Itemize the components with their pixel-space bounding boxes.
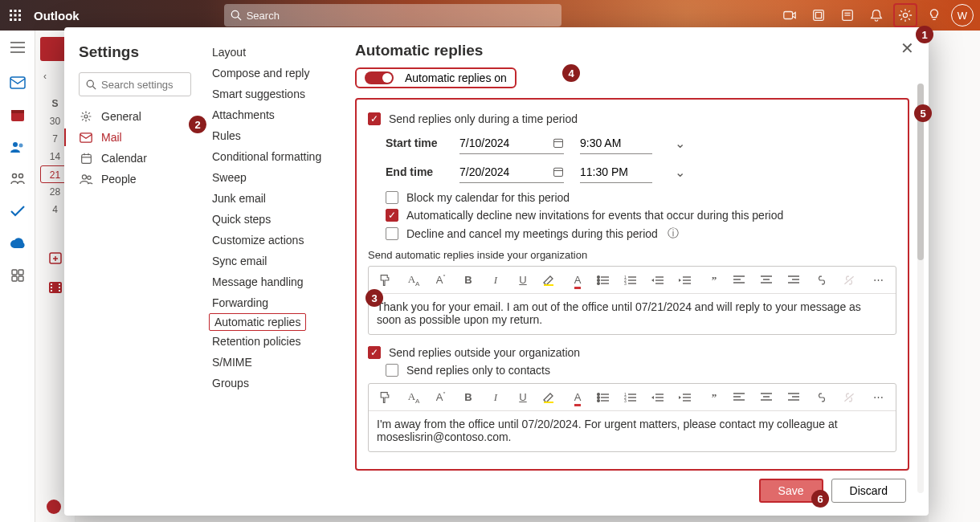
indent-icon[interactable] [679,275,695,285]
italic-icon[interactable]: I [488,391,504,404]
font-size-icon[interactable]: A˅ [433,391,449,403]
global-search[interactable] [224,4,561,27]
align-right-icon[interactable] [788,393,804,402]
font-color-icon[interactable]: A [570,391,586,403]
bold-icon[interactable]: B [460,274,476,286]
rail-org-icon[interactable] [9,170,27,188]
block-calendar-checkbox[interactable] [386,191,398,204]
outside-org-checkbox[interactable] [368,346,381,359]
discard-button[interactable]: Discard [831,479,906,503]
rail-calendar-icon[interactable] [9,106,27,124]
more-icon[interactable]: ⋯ [870,391,886,403]
contacts-only-checkbox[interactable] [386,364,398,377]
highlight-icon[interactable] [542,275,558,286]
mini-cal-chevron-icon[interactable]: ‹ [43,71,47,82]
more-icon[interactable]: ⋯ [870,274,886,286]
subnav-item[interactable]: Smart suggestions [201,84,336,104]
unlink-icon[interactable] [843,392,859,403]
align-left-icon[interactable] [733,275,749,285]
bullets-icon[interactable] [597,393,613,402]
close-icon[interactable]: ✕ [900,39,914,58]
app-launcher-icon[interactable] [0,10,31,21]
subnav-item[interactable]: Forwarding [201,292,336,313]
numbering-icon[interactable]: 123 [624,393,640,402]
highlight-icon[interactable] [542,392,558,403]
settings-search-input[interactable] [101,79,184,91]
align-center-icon[interactable] [761,275,777,285]
film-icon[interactable] [48,281,63,297]
rail-people-icon[interactable] [9,138,27,156]
meet-now-icon[interactable] [806,3,831,27]
outdent-icon[interactable] [651,275,668,285]
font-color-icon[interactable]: A [570,274,586,286]
info-icon[interactable]: ⓘ [668,226,679,241]
account-avatar[interactable]: W [951,4,974,27]
link-icon[interactable] [815,275,831,286]
underline-icon[interactable]: U [515,274,531,286]
start-date-picker[interactable]: 7/10/2024 [459,132,564,154]
align-center-icon[interactable] [761,393,777,402]
nav-mail[interactable]: Mail [79,127,191,148]
italic-icon[interactable]: I [488,274,504,287]
chevron-down-icon[interactable]: ⌄ [675,136,685,151]
hamburger-icon[interactable] [9,39,27,56]
nav-calendar[interactable]: Calendar [79,148,191,169]
rail-mail-icon[interactable] [9,74,27,92]
nav-people[interactable]: People [79,169,191,190]
subnav-item[interactable]: Customize actions [201,230,336,251]
subnav-item[interactable]: Sync email [201,251,336,271]
period-checkbox[interactable] [368,112,381,125]
indent-icon[interactable] [679,393,695,402]
subnav-item[interactable]: Rules [201,125,336,146]
rail-apps-icon[interactable] [9,267,27,284]
subnav-item[interactable]: Sweep [201,167,336,188]
tips-icon[interactable] [922,3,946,27]
align-right-icon[interactable] [788,275,804,285]
settings-search[interactable] [79,72,191,96]
subnav-item[interactable]: Conditional formatting [201,146,336,167]
notes-icon[interactable] [835,3,860,27]
subnav-item[interactable]: Attachments [201,104,336,125]
cancel-meetings-checkbox[interactable] [386,227,398,240]
underline-icon[interactable]: U [515,391,531,403]
quote-icon[interactable]: ” [706,391,722,404]
bullets-icon[interactable] [597,275,613,285]
subnav-item[interactable]: Retention policies [201,331,336,352]
format-painter-icon[interactable] [378,274,394,287]
auto-reply-toggle[interactable] [365,71,394,84]
end-date-picker[interactable]: 7/20/2024 [459,161,564,183]
subnav-item[interactable]: S/MIME [201,352,336,373]
font-family-icon[interactable]: AA [406,390,422,405]
bold-icon[interactable]: B [460,391,476,403]
subnav-item[interactable]: Message handling [201,271,336,292]
settings-icon[interactable] [893,3,917,27]
rail-todo-icon[interactable] [9,202,27,220]
unlink-icon[interactable] [843,275,859,286]
global-search-input[interactable] [247,10,555,22]
outside-org-body[interactable]: I'm away from the office until 07/20/202… [369,411,896,451]
subnav-item[interactable]: Compose and reply [201,63,336,84]
subnav-item[interactable]: Layout [201,42,336,63]
auto-decline-checkbox[interactable] [386,209,398,222]
format-painter-icon[interactable] [378,391,394,404]
add-calendar-icon[interactable] [48,251,63,268]
numbering-icon[interactable]: 123 [624,275,640,285]
outdent-icon[interactable] [651,393,668,402]
notifications-icon[interactable] [864,3,888,27]
end-time-picker[interactable]: 11:30 PM [580,161,652,183]
subnav-item-selected[interactable]: Automatic replies [209,313,306,331]
nav-general[interactable]: General [79,106,191,127]
inside-org-body[interactable]: Thank you for your email. I am out of th… [369,294,896,334]
subnav-item[interactable]: Junk email [201,188,336,209]
rail-onedrive-icon[interactable] [9,234,27,252]
quote-icon[interactable]: ” [706,274,722,287]
start-time-picker[interactable]: 9:30 AM [580,132,652,154]
subnav-item[interactable]: Quick steps [201,209,336,230]
font-family-icon[interactable]: AA [406,273,422,288]
chevron-down-icon[interactable]: ⌄ [675,165,685,180]
teams-call-icon[interactable] [778,3,802,27]
link-icon[interactable] [815,392,831,403]
align-left-icon[interactable] [733,393,749,402]
font-size-icon[interactable]: A˅ [433,274,449,286]
subnav-item[interactable]: Groups [201,373,336,394]
